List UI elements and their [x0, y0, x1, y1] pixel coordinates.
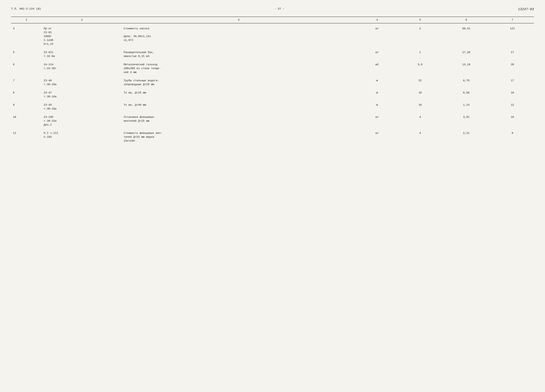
cell-2-4: шт	[356, 49, 399, 59]
col-header-4: 4	[356, 17, 399, 23]
spacer-row	[11, 88, 534, 90]
cell-5-3: То же, Д=25 мм	[122, 90, 356, 100]
cell-3-7: 39	[491, 62, 534, 75]
cell-7-3: Установка фланцевых вентилей Д=25 мм	[122, 114, 356, 128]
col-header-6: 6	[442, 17, 491, 23]
table-header-row: I 2 3 4 5 6 7	[11, 17, 534, 23]
header-center: - 57 -	[274, 7, 285, 11]
spacer-row	[11, 75, 534, 78]
cell-6-1: 9	[11, 102, 42, 112]
cell-5-2: 23-47 т.30-10а	[42, 90, 122, 100]
cell-2-3: Расширительный бак, емкостью 0,15 м3	[122, 49, 356, 59]
header-right: 13247-03	[518, 7, 534, 11]
spacer-row	[11, 112, 534, 114]
cell-5-4: м	[356, 90, 399, 100]
col-header-7: 7	[491, 17, 534, 23]
spacer-row	[11, 23, 534, 26]
cell-1-4: шт	[356, 26, 399, 47]
cell-8-2: П.I ч.III п.185	[42, 130, 122, 144]
cell-4-5: 22	[399, 78, 442, 88]
cell-5-6: 0,96	[442, 90, 491, 100]
cell-6-7: 12	[491, 102, 534, 112]
table-row: 4Пр-нг 23-01 1960г п.1436 К=1,15Стоимост…	[11, 26, 534, 47]
spacer-row	[11, 128, 534, 130]
cell-3-6: 13,10	[442, 62, 491, 75]
cell-4-6: 0,79	[442, 78, 491, 88]
table-row: 1023-195 т.30-15а Доп.IУстановка фланцев…	[11, 114, 534, 128]
cell-3-3: Металлический газоход 200х300 из стали т…	[122, 62, 356, 75]
cell-1-5: 2	[399, 26, 442, 47]
cell-1-7: 121	[491, 26, 534, 47]
cell-2-2: 23-621 т.32-8а	[42, 49, 122, 59]
cell-4-7: 17	[491, 78, 534, 88]
cell-8-1: 11	[11, 130, 42, 144]
col-header-3: 3	[122, 17, 356, 23]
cell-7-2: 23-195 т.30-15а Доп.I	[42, 114, 122, 128]
cell-6-2: 23-49 т.30-10а	[42, 102, 122, 112]
cell-6-3: То же, Д=40 мм	[122, 102, 356, 112]
cell-4-2: 23-46 т.30-10а	[42, 78, 122, 88]
cell-1-2: Пр-нг 23-01 1960г п.1436 К=1,15	[42, 26, 122, 47]
cell-3-4: м2	[356, 62, 399, 75]
cell-7-5: 4	[399, 114, 442, 128]
cell-8-7: 9	[491, 130, 534, 144]
cell-1-6: 60,41	[442, 26, 491, 47]
cell-6-6: 1,24	[442, 102, 491, 112]
cell-8-4: шт	[356, 130, 399, 144]
cell-7-6: 3,91	[442, 114, 491, 128]
cell-7-1: 10	[11, 114, 42, 128]
spacer-row	[11, 47, 534, 49]
cell-5-5: 10	[399, 90, 442, 100]
page-header: Т.П. 902-2-224 (Ш) - 57 - 13247-03	[11, 7, 534, 11]
cell-5-1: 8	[11, 90, 42, 100]
col-header-1: I	[11, 17, 42, 23]
cell-8-6: 2,21	[442, 130, 491, 144]
col-header-5: 5	[399, 17, 442, 23]
cell-4-1: 7	[11, 78, 42, 88]
cell-2-6: 17,30	[442, 49, 491, 59]
table-row: 923-49 т.30-10аТо же, Д=40 ммм101,2412	[11, 102, 534, 112]
cell-8-5: 4	[399, 130, 442, 144]
cell-7-7: 16	[491, 114, 534, 128]
cell-2-1: 5	[11, 49, 42, 59]
cell-6-5: 10	[399, 102, 442, 112]
cell-3-5: 3,0	[399, 62, 442, 75]
cell-4-4: м	[356, 78, 399, 88]
cell-1-3: Стоимость насоса Цена: 49,00х1,15х х1,07…	[122, 26, 356, 47]
cell-5-7: 10	[491, 90, 534, 100]
cell-3-2: 24-114 т.33-36г	[42, 62, 122, 75]
spacer-row	[11, 59, 534, 62]
table-row: 723-46 т.30-10аТрубы стальные водога- зо…	[11, 78, 534, 88]
table-row: 624-114 т.33-36гМеталлический газоход 20…	[11, 62, 534, 75]
cell-2-7: 17	[491, 49, 534, 59]
main-table: I 2 3 4 5 6 7 4Пр-нг 23-01 1960г п.1436 …	[11, 17, 534, 144]
cell-8-3: Стоимость фланцевых вен- тилей Д=25 мм м…	[122, 130, 356, 144]
col-header-2: 2	[42, 17, 122, 23]
cell-3-1: 6	[11, 62, 42, 75]
cell-1-1: 4	[11, 26, 42, 47]
table-row: 11П.I ч.III п.185Стоимость фланцевых вен…	[11, 130, 534, 144]
table-row: 823-47 т.30-10аТо же, Д=25 ммм100,9610	[11, 90, 534, 100]
cell-6-4: м	[356, 102, 399, 112]
cell-2-5: 1	[399, 49, 442, 59]
cell-7-4: шт	[356, 114, 399, 128]
header-left: Т.П. 902-2-224 (Ш)	[11, 7, 41, 11]
cell-4-3: Трубы стальные водога- зопроводные Д=20 …	[122, 78, 356, 88]
table-row: 523-621 т.32-8аРасширительный бак, емкос…	[11, 49, 534, 59]
spacer-row	[11, 100, 534, 102]
